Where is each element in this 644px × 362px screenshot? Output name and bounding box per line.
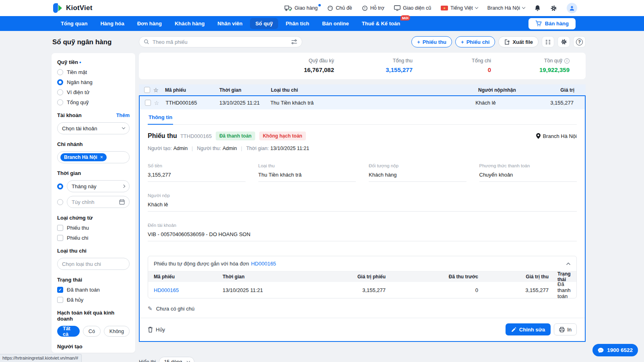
kiotviet-logo[interactable]: KiotViet <box>52 3 93 13</box>
cancel-receipt-button[interactable]: Hủy <box>148 327 165 333</box>
time-filter-group: Thời gian Tháng này Tùy chỉnh <box>57 170 130 208</box>
col-type[interactable]: Loại thu chi <box>271 87 478 93</box>
delivery-menu[interactable]: Giao hàng <box>285 5 318 11</box>
new-payment-button[interactable]: +Phiếu chi <box>455 36 495 47</box>
status-paid[interactable]: ✓Đã thanh toán <box>57 287 130 293</box>
branch-tag[interactable]: Branch Hà Nội× <box>60 153 107 161</box>
account-filter-label: Tài khoản <box>57 112 82 118</box>
search-box[interactable] <box>139 36 302 47</box>
invoice-link[interactable]: HD000165 <box>251 261 276 267</box>
col-value[interactable]: Giá trị <box>554 87 586 93</box>
filter-card: Quỹ tiền• Tiền mặt Ngân hàng Ví điện tử … <box>52 53 135 353</box>
nav-so-quy[interactable]: Sổ quỹ <box>250 18 278 29</box>
expanded-row-panel: ☆ TTHD000165 13/10/2025 11:21 Thu Tiền k… <box>139 95 586 342</box>
sell-button[interactable]: Bán hàng <box>528 18 576 29</box>
fund-option-cash[interactable]: Tiền mặt <box>57 69 130 75</box>
checkbox-checked[interactable]: ✓ <box>57 287 63 293</box>
col-time[interactable]: Thời gian <box>219 87 271 93</box>
tab-thong-tin[interactable]: Thông tin <box>148 109 173 125</box>
checkbox-unchecked[interactable] <box>57 235 63 241</box>
nav-phan-tich[interactable]: Phân tích <box>281 18 315 29</box>
note-row[interactable]: ✎ Chưa có ghi chú <box>148 305 577 312</box>
summary-card: Quỹ đầu kỳ 16,767,082 Tổng thu 3,155,277… <box>139 53 586 79</box>
table-row[interactable]: ☆ TTHD000165 13/10/2025 11:21 Thu Tiền k… <box>140 96 585 109</box>
theme-menu[interactable]: Chủ đề <box>327 5 352 11</box>
columns-icon <box>545 39 551 45</box>
doc-type-payment[interactable]: Phiếu chi <box>57 235 130 241</box>
support-menu[interactable]: Hỗ trợ <box>362 5 384 11</box>
search-input[interactable] <box>153 39 288 45</box>
checkbox-unchecked[interactable] <box>57 225 63 231</box>
radio-unchecked[interactable] <box>57 99 63 105</box>
table-settings-button[interactable] <box>557 36 570 47</box>
nav-nhan-vien[interactable]: Nhân viên <box>212 18 248 29</box>
select-all-checkbox[interactable] <box>144 87 150 93</box>
status-filter-group: Trạng thái ✓Đã thanh toán Đã hủy <box>57 277 130 303</box>
time-preset-select[interactable]: Tháng này <box>67 180 130 192</box>
nav-don-hang[interactable]: Đơn hàng <box>132 18 167 29</box>
old-ui-menu[interactable]: Giao diện cũ <box>394 5 431 11</box>
radio-unchecked[interactable] <box>57 69 63 75</box>
status-filter-label: Trạng thái <box>57 277 82 283</box>
support-hotline-button[interactable]: 1900 6522 <box>592 344 638 356</box>
fund-option-ewallet[interactable]: Ví điện tử <box>57 89 130 95</box>
row-value: 3,155,277 <box>550 100 585 106</box>
new-receipt-button[interactable]: +Phiếu thu <box>411 36 452 47</box>
radio-unchecked[interactable] <box>57 89 63 95</box>
linked-invoice-box: Phiếu thu tự động được gắn với hóa đơn H… <box>148 256 577 298</box>
settings-button[interactable] <box>550 5 557 12</box>
pagination-bar: Hiển thị 15 dòng <box>139 357 586 362</box>
fund-option-total[interactable]: Tổng quỹ <box>57 99 130 105</box>
linked-invoice-code-link[interactable]: HD000165 <box>154 287 179 293</box>
fund-filter-label: Quỹ tiền• <box>57 59 81 65</box>
rows-per-page-select[interactable]: 15 dòng <box>159 357 194 362</box>
time-preset-radio[interactable] <box>57 183 63 189</box>
stat-total-income-value: 3,155,277 <box>334 66 413 73</box>
branch-selector[interactable]: Branch Hà Nội <box>487 5 525 11</box>
print-button[interactable]: In <box>554 323 577 335</box>
filter-sliders-icon[interactable] <box>291 39 297 45</box>
col-code[interactable]: Mã phiếu <box>165 87 219 93</box>
transaction-type-select[interactable]: Chọn loại thu chi <box>57 258 130 270</box>
notifications-button[interactable] <box>535 5 541 11</box>
language-selector[interactable]: ★ Tiếng Việt <box>441 5 478 11</box>
chevron-down-icon <box>475 6 478 9</box>
export-file-button[interactable]: Xuất file <box>498 36 539 47</box>
accounting-filter-label: Hạch toán kết quả kinh doanh <box>57 310 130 322</box>
language-label: Tiếng Việt <box>450 5 473 11</box>
accounting-all-pill[interactable]: Tất cả <box>57 326 80 337</box>
branch-select[interactable]: Branch Hà Nội× <box>57 151 130 163</box>
monitor-icon <box>394 5 400 11</box>
nav-thue-ke-toan[interactable]: Thuế & Kế toán Mới <box>357 18 405 29</box>
col-payer[interactable]: Người nộp/nhận <box>478 87 554 93</box>
checkbox-unchecked[interactable] <box>57 297 63 303</box>
edit-button[interactable]: Chỉnh sửa <box>506 323 551 335</box>
nav-ban-online[interactable]: Bán online <box>317 18 354 29</box>
info-icon[interactable]: i <box>564 58 570 64</box>
status-cancelled[interactable]: Đã hủy <box>57 297 130 303</box>
user-avatar[interactable] <box>567 3 577 13</box>
time-custom-radio[interactable] <box>57 199 63 205</box>
column-settings-button[interactable] <box>542 36 554 47</box>
fund-option-bank[interactable]: Ngân hàng <box>57 79 130 85</box>
row-checkbox[interactable] <box>145 100 151 106</box>
nav-hang-hoa[interactable]: Hàng hóa <box>95 18 129 29</box>
cart-icon <box>535 21 542 27</box>
accounting-yes-pill[interactable]: Có <box>83 326 101 337</box>
stat-balance-value: 19,922,359 <box>491 66 570 73</box>
time-custom-select[interactable]: Tùy chỉnh <box>67 196 130 208</box>
star-icon[interactable]: ☆ <box>154 100 166 106</box>
accounting-no-pill[interactable]: Không <box>104 326 130 337</box>
radio-checked[interactable] <box>57 79 63 85</box>
account-select[interactable]: Chọn tài khoản <box>57 122 130 134</box>
remove-branch-icon[interactable]: × <box>100 154 103 160</box>
linked-invoice-header[interactable]: Phiếu thu tự động được gắn với hóa đơn H… <box>148 256 576 271</box>
nav-tong-quan[interactable]: Tổng quan <box>56 18 93 29</box>
add-account-link[interactable]: Thêm <box>116 113 130 118</box>
linked-table-row: HD000165 13/10/2025 11:21 3,155,277 0 3,… <box>148 282 576 298</box>
doc-type-receipt[interactable]: Phiếu thu <box>57 225 130 231</box>
help-button[interactable]: ? <box>573 36 586 47</box>
delivery-label: Giao hàng <box>295 5 318 11</box>
collapse-button[interactable] <box>566 261 571 267</box>
nav-khach-hang[interactable]: Khách hàng <box>169 18 210 29</box>
